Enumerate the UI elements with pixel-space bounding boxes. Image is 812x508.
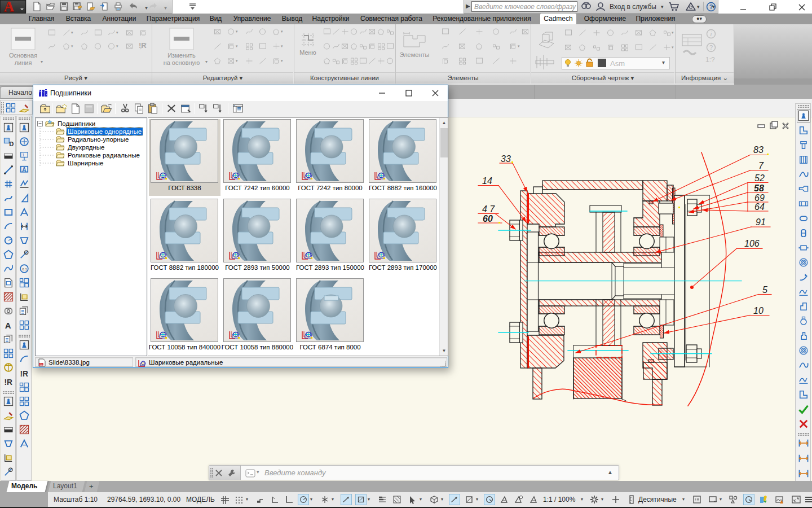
svg-text:7: 7 xyxy=(758,161,764,170)
svg-text:!R: !R xyxy=(20,370,29,378)
svg-text:14: 14 xyxy=(482,176,492,186)
svg-text:5: 5 xyxy=(762,285,767,295)
svg-text:A: A xyxy=(5,321,11,330)
svg-text:58: 58 xyxy=(754,183,764,193)
svg-text:69: 69 xyxy=(754,193,765,203)
svg-text:SLD: SLD xyxy=(39,364,45,366)
svg-text:91: 91 xyxy=(756,217,766,227)
svg-text:52: 52 xyxy=(754,173,765,183)
svg-text:64: 64 xyxy=(754,202,765,212)
svg-text:A: A xyxy=(22,167,26,173)
svg-text:1: 1 xyxy=(22,152,24,157)
svg-text:!R: !R xyxy=(5,378,13,387)
svg-text:0.1: 0.1 xyxy=(22,267,27,271)
svg-text:60: 60 xyxy=(483,214,493,224)
svg-text:106: 106 xyxy=(744,239,760,248)
svg-text:D: D xyxy=(9,141,14,147)
svg-text:33: 33 xyxy=(501,154,511,164)
svg-text:83: 83 xyxy=(753,145,764,155)
svg-text:4 7: 4 7 xyxy=(482,204,495,214)
svg-text:10: 10 xyxy=(753,306,764,316)
